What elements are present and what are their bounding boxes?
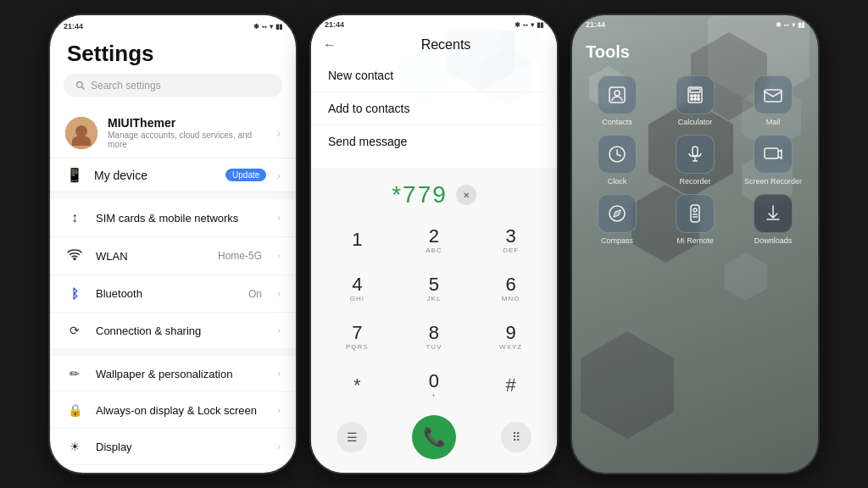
tools-section-label: Tools <box>582 39 808 75</box>
sim-icon: ↕ <box>65 210 84 225</box>
contacts-app-icon <box>598 75 637 114</box>
key-6[interactable]: 6MNO <box>473 265 548 312</box>
status-bar-settings: 21:44 ✱ ▪▪ ▾ ▮▮ <box>50 15 296 32</box>
delete-button[interactable]: ✕ <box>456 185 476 205</box>
svg-rect-13 <box>765 90 782 102</box>
dialer-actions: ☰ 📞 ⠿ <box>311 408 557 473</box>
settings-item-sim[interactable]: ↕ SIM cards & mobile networks › <box>50 199 296 237</box>
settings-item-wallpaper[interactable]: ✏ Wallpaper & personalization › <box>50 356 296 392</box>
recents-add-contacts[interactable]: Add to contacts <box>311 92 557 125</box>
settings-screen: 21:44 ✱ ▪▪ ▾ ▮▮ Settings Search settings <box>50 15 296 473</box>
key-9[interactable]: 9WXYZ <box>473 313 548 360</box>
app-downloads[interactable]: Downloads <box>738 194 808 245</box>
app-screen-recorder[interactable]: Screen Recorder <box>738 135 808 186</box>
key-hash[interactable]: # <box>473 362 548 408</box>
settings-item-connection[interactable]: ⟳ Connection & sharing › <box>50 313 296 349</box>
contacts-button[interactable]: ⠿ <box>501 422 531 452</box>
app-clock[interactable]: Clock <box>582 135 652 186</box>
screen-recorder-label: Screen Recorder <box>744 177 802 186</box>
recorder-label: Recorder <box>679 177 710 186</box>
keypad: 1 2ABC 3DEF 4GHI 5JKL 6MNO 7PQRS 8TUV 9W… <box>311 217 557 408</box>
svg-rect-6 <box>690 89 700 92</box>
tools-screen: 21:44 ✱ ▪▪ ▾ ▮▮ Tools <box>572 15 818 473</box>
recents-title: Recents <box>347 37 545 53</box>
svg-rect-20 <box>691 205 699 222</box>
key-0[interactable]: 0+ <box>397 362 472 408</box>
recorder-app-icon <box>676 135 715 174</box>
search-icon <box>75 80 86 91</box>
profile-row[interactable]: MIUIThemer Manage accounts, cloud servic… <box>50 108 296 158</box>
recents-panel: ← Recents New contact Add to contacts Se… <box>311 30 557 168</box>
display-icon: ☀ <box>65 440 84 453</box>
device-label: My device <box>94 169 215 182</box>
lockscreen-label: Always-on display & Lock screen <box>96 404 265 417</box>
bluetooth-status-icon: ✱ <box>253 23 259 30</box>
back-button[interactable]: ← <box>323 37 337 53</box>
key-7[interactable]: 7PQRS <box>320 313 395 360</box>
dialer-battery-icon: ▮▮ <box>537 21 543 29</box>
app-recorder[interactable]: Recorder <box>660 135 730 186</box>
key-star[interactable]: * <box>320 362 395 408</box>
wlan-label: WLAN <box>96 250 206 263</box>
dialer-section: *779 ✕ 1 2ABC 3DEF 4GHI 5JKL 6MNO 7PQRS … <box>311 168 557 473</box>
page-title: Settings <box>50 32 296 74</box>
svg-point-21 <box>693 208 697 212</box>
svg-point-8 <box>694 95 696 97</box>
status-icons: ✱ ▪▪ ▾ ▮▮ <box>253 23 282 30</box>
recents-new-contact[interactable]: New contact <box>311 59 557 92</box>
app-compass[interactable]: Compass <box>582 194 652 245</box>
app-mi-remote[interactable]: Mi Remote <box>660 194 730 245</box>
search-bar[interactable]: Search settings <box>64 74 282 97</box>
dialer-content: *779 ✕ 1 2ABC 3DEF 4GHI 5JKL 6MNO 7PQRS … <box>311 168 557 473</box>
device-chevron: › <box>276 169 281 182</box>
dialer-bt-icon: ✱ <box>515 21 520 29</box>
connection-icon: ⟳ <box>65 324 84 337</box>
svg-point-9 <box>698 95 699 97</box>
key-5[interactable]: 5JKL <box>397 265 472 312</box>
app-calculator[interactable]: Calculator <box>660 75 730 126</box>
sim-label: SIM cards & mobile networks <box>96 212 265 225</box>
signal-icon: ▪▪ <box>262 23 267 30</box>
key-3[interactable]: 3DEF <box>473 217 548 263</box>
sim-chevron: › <box>277 212 281 224</box>
call-button[interactable]: 📞 <box>412 415 456 459</box>
key-2[interactable]: 2ABC <box>397 217 472 263</box>
key-1[interactable]: 1 <box>320 217 395 263</box>
search-placeholder: Search settings <box>91 80 161 92</box>
dialpad-menu-button[interactable]: ☰ <box>337 422 367 452</box>
my-device-row[interactable]: 📱 My device Update › <box>50 158 296 192</box>
divider <box>50 192 296 199</box>
wlan-value: Home-5G <box>218 250 262 262</box>
svg-point-2 <box>74 258 75 260</box>
wifi-icon: ▾ <box>270 23 273 30</box>
bluetooth-label: Bluetooth <box>96 287 236 300</box>
display-label: Display <box>96 441 265 453</box>
dialer-signal-icon: ▪▪ <box>523 21 528 29</box>
app-mail[interactable]: Mail <box>738 75 808 126</box>
settings-item-display[interactable]: ☀ Display › <box>50 429 296 465</box>
svg-rect-15 <box>693 147 698 156</box>
bluetooth-chevron: › <box>277 288 281 300</box>
phone-settings: 21:44 ✱ ▪▪ ▾ ▮▮ Settings Search settings <box>50 15 296 473</box>
bluetooth-value: On <box>248 288 262 300</box>
update-badge[interactable]: Update <box>225 169 266 181</box>
wlan-icon <box>65 248 84 263</box>
svg-point-7 <box>691 95 693 97</box>
app-contacts[interactable]: Contacts <box>582 75 652 126</box>
phone-dialer: 21:44 ✱ ▪▪ ▾ ▮▮ ← Recents <box>311 15 557 473</box>
key-4[interactable]: 4GHI <box>320 265 395 312</box>
settings-item-bluetooth[interactable]: ᛒ Bluetooth On › <box>50 275 296 313</box>
downloads-app-icon <box>754 194 793 233</box>
mail-app-icon <box>754 75 793 114</box>
mi-remote-app-icon <box>676 194 715 233</box>
contacts-label: Contacts <box>602 118 632 126</box>
svg-line-1 <box>82 87 85 90</box>
settings-item-wlan[interactable]: WLAN Home-5G › <box>50 237 296 275</box>
settings-item-lockscreen[interactable]: 🔒 Always-on display & Lock screen › <box>50 392 296 429</box>
key-8[interactable]: 8TUV <box>397 313 472 360</box>
bluetooth-icon: ᛒ <box>65 286 84 301</box>
wallpaper-chevron: › <box>277 368 281 380</box>
lockscreen-chevron: › <box>277 404 281 416</box>
recents-send-message[interactable]: Send message <box>311 125 557 158</box>
wallpaper-icon: ✏ <box>65 367 84 380</box>
